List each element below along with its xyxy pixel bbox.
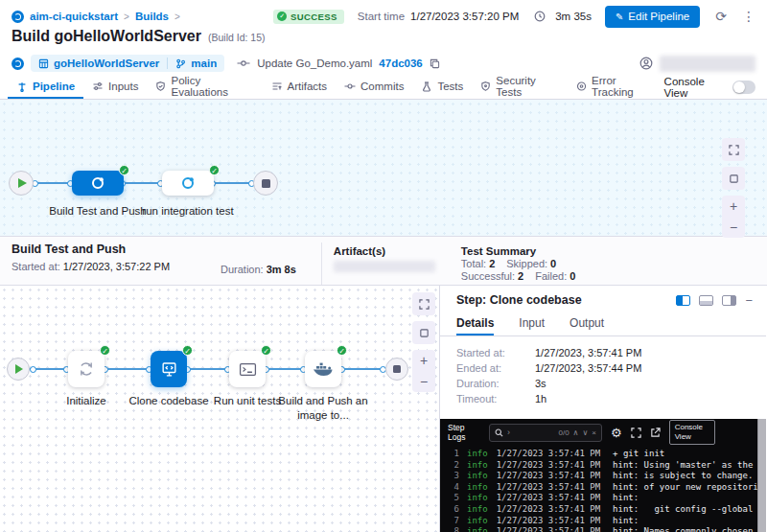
stage-graph-canvas: ✓ ✓ Build Test and Push run integration … [0, 100, 767, 236]
tab-output[interactable]: Output [569, 316, 604, 335]
build-tab-bar: Pipeline Inputs Policy Evaluations Artif… [0, 75, 767, 100]
detail-row: Timeout: 1h [456, 393, 750, 408]
stop-icon [262, 179, 270, 188]
log-fullscreen-icon[interactable] [631, 428, 641, 438]
log-search-input[interactable]: › 0/0 ∧ ∨ × [489, 424, 602, 442]
step-node-run-unit-tests[interactable]: ✓ [229, 351, 266, 387]
log-line-number: 8 [446, 526, 459, 532]
pencil-icon: ✎ [616, 12, 623, 22]
zoom-in-button[interactable]: + [722, 196, 745, 217]
stage-node-build-test-and-push[interactable]: ✓ [72, 171, 124, 196]
log-line-number: 6 [446, 504, 459, 516]
log-line: 7 info 1/27/2023 3:57:41 PM hint: [446, 516, 766, 527]
repo-branch-pill[interactable]: goHelloWorldServer main [31, 55, 224, 72]
log-line-number: 4 [446, 482, 459, 494]
step-node-build-and-push-image[interactable]: ✓ [305, 351, 341, 387]
commit-sha-link[interactable]: 47dc036 [379, 58, 422, 69]
breadcrumb-builds-link[interactable]: Builds [135, 11, 169, 22]
commit-message[interactable]: Update Go_Demo.yaml [257, 58, 372, 69]
log-level: info [467, 471, 488, 482]
console-view-toggle[interactable] [732, 81, 755, 94]
success-check-badge: ✓ [337, 345, 347, 356]
search-icon [495, 428, 503, 437]
tab-pipeline[interactable]: Pipeline [8, 75, 83, 99]
fit-to-screen-button[interactable] [412, 321, 435, 344]
log-settings-gear-icon[interactable]: ⚙ [611, 427, 622, 439]
refresh-button[interactable]: ⟳ [715, 9, 727, 24]
harness-logo-icon [12, 11, 24, 23]
build-id: (Build Id: 15) [208, 32, 266, 43]
tab-tests[interactable]: Tests [412, 75, 472, 99]
zoom-in-button[interactable]: + [412, 350, 435, 371]
tab-error-tracking[interactable]: Error Tracking [568, 75, 664, 99]
tab-commits[interactable]: Commits [336, 75, 412, 99]
fit-to-screen-button[interactable] [722, 167, 745, 190]
tab-policy-evaluations[interactable]: Policy Evaluations [147, 75, 262, 99]
tab-details[interactable]: Details [456, 316, 494, 335]
step-logs-title: Step Logs [448, 423, 480, 442]
step-graph-canvas: ✓ ✓ ✓ ✓ Initialize Clone codebase Run un… [0, 286, 440, 532]
tab-inputs[interactable]: Inputs [83, 75, 147, 99]
pill-divider [167, 58, 168, 69]
pipeline-start-node[interactable] [9, 171, 34, 196]
stage-end-node[interactable] [385, 358, 408, 381]
zoom-out-button[interactable]: − [412, 371, 435, 392]
zoom-out-button[interactable]: − [722, 217, 745, 238]
success-check-badge: ✓ [100, 345, 110, 356]
log-line: 5 info 1/27/2023 3:57:41 PM hint: [446, 493, 766, 504]
stage-canvas-controls: + − [722, 138, 745, 238]
detail-value: 3s [535, 378, 546, 393]
log-level: info [467, 493, 488, 504]
policy-shield-icon [155, 81, 166, 92]
search-next-button[interactable]: ∨ [582, 428, 588, 437]
log-level: info [467, 460, 488, 472]
open-in-new-icon[interactable] [650, 428, 661, 438]
stage-label[interactable]: run integration test [135, 204, 241, 219]
log-level: info [467, 516, 488, 527]
play-icon [18, 178, 27, 188]
tab-input[interactable]: Input [519, 316, 545, 335]
log-timestamp: 1/27/2023 3:57:41 PM [497, 516, 600, 527]
console-view-button[interactable]: Console View [669, 420, 715, 444]
terminal-icon [239, 361, 257, 378]
console-scrollbar[interactable] [757, 419, 766, 532]
more-options-button[interactable]: ⋮ [742, 9, 755, 24]
step-node-initialize[interactable]: ✓ [68, 351, 105, 387]
split-view-button[interactable] [676, 295, 690, 306]
fullscreen-button[interactable] [412, 292, 435, 315]
search-prev-button[interactable]: ∧ [573, 428, 579, 437]
success-check-badge: ✓ [182, 345, 193, 356]
edit-pipeline-button[interactable]: ✎ Edit Pipeline [605, 6, 700, 28]
bottom-view-button[interactable] [699, 295, 713, 306]
step-panel-tabs: Details Input Output [440, 311, 766, 336]
tab-security-tests[interactable]: Security Tests [472, 75, 568, 99]
minimize-panel-button[interactable]: − [745, 293, 753, 308]
artifacts-icon [271, 81, 283, 92]
copy-icon[interactable] [430, 58, 440, 69]
step-canvas-controls: + − [412, 292, 435, 392]
page-header: aim-ci-quickstart > Builds > ✓ SUCCESS S… [0, 0, 767, 75]
error-tracking-icon [576, 81, 587, 92]
stage-start-node[interactable] [7, 358, 30, 381]
tab-artifacts[interactable]: Artifacts [263, 75, 337, 99]
log-timestamp: 1/27/2023 3:57:41 PM [497, 460, 600, 472]
detail-row: Duration: 3s [456, 378, 750, 393]
step-label[interactable]: Build and Push an image to... [273, 394, 373, 423]
clone-codebase-icon [160, 360, 178, 379]
search-caret: › [507, 428, 510, 437]
stage-node-run-integration-test[interactable]: ✓ [162, 171, 214, 196]
detail-row: Started at: 1/27/2023, 3:57:41 PM [456, 347, 750, 362]
log-line-number: 3 [446, 471, 459, 482]
fullscreen-button[interactable] [722, 138, 745, 161]
start-time-label: Start time [358, 11, 405, 22]
repo-name: goHelloWorldServer [54, 58, 159, 69]
right-view-button[interactable] [722, 295, 736, 306]
panel-view-switcher: − [676, 293, 753, 308]
step-node-clone-codebase[interactable]: ✓ [151, 351, 187, 387]
log-timestamp: 1/27/2023 3:57:41 PM [497, 471, 600, 482]
breadcrumb-project-link[interactable]: aim-ci-quickstart [30, 11, 118, 22]
clock-icon [534, 11, 546, 22]
connector-dot [30, 366, 36, 373]
search-close-button[interactable]: × [592, 428, 596, 437]
pipeline-end-node[interactable] [253, 171, 278, 196]
